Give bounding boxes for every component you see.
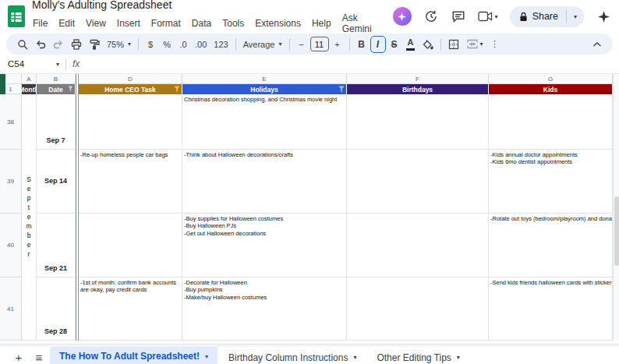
decrease-decimal-button[interactable]: .0 [175,36,191,53]
menu-format[interactable]: Format [146,17,186,30]
cell-birthdays[interactable] [347,94,489,150]
menu-view[interactable]: View [80,17,111,30]
row-header-40[interactable]: 40 [0,214,22,277]
name-box[interactable]: C54 ▾ [8,59,64,69]
sheet-tab-birthday-instructions[interactable]: Birthday Column Instructions▾ [219,347,366,364]
zoom-select[interactable]: 75%▾ [104,36,134,53]
column-header-g[interactable]: G [489,74,613,84]
menu-ask-gemini[interactable]: Ask Gemini [337,12,393,35]
cell-home-ceo[interactable]: -Re-up homeless people car bags [79,150,182,214]
paint-format-button[interactable] [86,36,103,53]
horizontal-scrollbar[interactable] [0,344,619,347]
vertical-scrollbar[interactable] [613,74,619,341]
header-cell-date[interactable]: Date [37,84,76,94]
menu-help[interactable]: Help [306,17,337,30]
cell-kids[interactable]: -Kids annual doctor appointments -Kids 6… [489,150,613,214]
tab-caret-icon[interactable]: ▾ [205,353,208,360]
doc-title[interactable]: Molly's Adulting Spreadsheet [32,0,393,11]
cell-kids[interactable] [489,94,613,150]
toolbar-divider [138,38,139,51]
column-header-f[interactable]: F [347,74,489,84]
menu-extensions[interactable]: Extensions [249,17,306,30]
cell-home-ceo[interactable]: -1st of month: confirm bank accounts are… [79,277,182,341]
add-sheet-button[interactable]: + [9,348,28,364]
meet-caret-icon[interactable]: ▾ [495,13,498,20]
sparkle-icon[interactable] [596,9,611,24]
cell-home-ceo[interactable] [79,94,182,150]
more-toolbar-button[interactable]: ⋮ [487,36,503,53]
borders-button[interactable] [445,36,462,53]
format-percent-button[interactable]: % [159,36,175,53]
comment-icon[interactable] [451,9,466,24]
row-header-41[interactable]: 41 [0,277,22,341]
increase-decimal-button[interactable]: .00 [192,36,210,53]
row-header-38[interactable]: 38 [0,94,22,150]
column-header-a[interactable]: A [22,74,37,84]
formula-input[interactable] [87,55,619,73]
cell-date[interactable]: Sep 7 [37,94,76,150]
cell-birthdays[interactable] [347,150,489,214]
cell-holidays[interactable]: -Think about Halloween decorations/craft… [182,150,347,214]
cell-kids[interactable]: -Rotate out toys (bedroom/playroom) and … [489,214,613,277]
cell-date[interactable]: Sep 14 [37,150,76,214]
cell-month-september[interactable]: September [22,94,37,341]
collapse-toolbar-icon[interactable] [589,36,605,53]
decrease-font-size-button[interactable]: − [294,36,310,53]
share-caret-icon[interactable]: ▾ [567,6,584,27]
column-header-b[interactable]: B [37,74,76,84]
font-select[interactable]: Average▾ [240,36,285,53]
print-button[interactable] [68,36,85,53]
menu-data[interactable]: Data [186,17,217,30]
format-currency-button[interactable]: $ [143,36,158,53]
tab-caret-icon[interactable]: ▾ [457,354,460,361]
column-header-e[interactable]: E [182,74,347,84]
cell-date[interactable]: Sep 28 [37,277,76,341]
tab-caret-icon[interactable]: ▾ [353,354,356,361]
cell-holidays[interactable]: -Buy supplies for Halloween costumes -Bu… [182,214,347,277]
increase-font-size-button[interactable]: + [330,36,345,53]
fill-color-button[interactable] [419,36,437,53]
vertical-scrollbar-thumb[interactable] [614,196,619,266]
text-color-button[interactable]: A [403,36,419,53]
cell-kids[interactable]: -Send kids friends halloween cards with … [489,277,613,341]
cell-holidays[interactable]: Christmas decoration shopping, and Chris… [182,94,347,150]
header-cell-birthdays[interactable]: Birthdays [347,84,489,94]
header-cell-kids[interactable]: Kids [489,84,613,94]
font-size-input[interactable]: 11 [310,37,329,51]
name-box-caret-icon[interactable]: ▾ [56,61,59,68]
italic-button[interactable]: I [370,36,386,53]
row-header-39[interactable]: 39 [0,150,22,214]
search-menus-button[interactable] [14,36,31,53]
share-button-main[interactable]: Share [510,6,566,27]
share-button[interactable]: Share ▾ [510,6,584,27]
meet-button[interactable]: ▾ [478,11,498,22]
version-history-icon[interactable] [423,9,439,24]
cell-holidays[interactable]: -Decorate for Halloween -Buy pumpkins -M… [182,277,347,341]
bold-button[interactable]: B [354,36,370,53]
undo-button[interactable] [32,36,49,53]
cell-birthdays[interactable] [347,214,489,277]
cell-date[interactable]: Sep 21 [37,214,76,277]
column-header-d[interactable]: D [79,74,182,84]
all-sheets-button[interactable]: ≡ [30,348,48,364]
zoom-caret-icon: ▾ [128,41,131,48]
menu-insert[interactable]: Insert [111,17,146,30]
filter-icon [338,86,345,93]
merge-cells-button[interactable]: ▾ [463,36,486,53]
redo-button[interactable] [50,36,67,53]
formula-bar: C54 ▾ fx [0,55,619,74]
menu-edit[interactable]: Edit [53,17,80,30]
sheets-logo-icon[interactable] [8,5,25,27]
cell-home-ceo[interactable] [79,214,182,277]
sheet-tab-active[interactable]: The How To Adult Spreadsheet!▾ [50,347,218,364]
sheet-tab-other-editing-tips[interactable]: Other Editing Tips▾ [367,347,469,364]
header-cell-home-ceo-task[interactable]: Home CEO Task [79,84,182,94]
menu-file[interactable]: File [32,17,53,30]
header-cell-holidays[interactable]: Holidays [182,84,347,94]
cell-birthdays[interactable] [347,277,489,341]
menu-tools[interactable]: Tools [217,17,249,30]
gemini-icon[interactable] [393,7,412,26]
strikethrough-button[interactable]: S [387,36,402,53]
more-formats-button[interactable]: 123 [210,36,231,53]
header-cell-month[interactable]: Month [22,84,37,94]
